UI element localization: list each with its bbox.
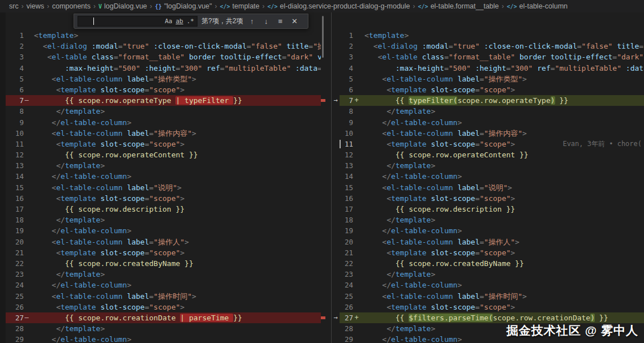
code-line-right-7[interactable]: →7+ {{ typeFilter(scope.row.operateType)… — [332, 95, 644, 106]
line-number[interactable]: 3 — [6, 52, 24, 62]
line-number[interactable]: 21 — [340, 247, 353, 258]
line-number[interactable]: 24 — [340, 280, 353, 290]
line-number[interactable]: 21 — [6, 247, 24, 258]
code-line-left-16[interactable]: 16 <template slot-scope="scope"> — [6, 193, 321, 204]
code-line-left-21[interactable]: 21 <template slot-scope="scope"> — [6, 247, 321, 258]
line-number[interactable]: 6 — [6, 84, 24, 95]
code-line-right-26[interactable]: 26 <template slot-scope="scope"> — [332, 302, 644, 312]
code-line-left-29[interactable]: 29 </el-table-column> — [6, 334, 321, 343]
previous-match-button[interactable]: ↑ — [247, 17, 257, 25]
code-line-right-24[interactable]: 24 </el-table-column> — [332, 280, 644, 290]
line-number[interactable]: 15 — [340, 182, 353, 193]
code-line-left-14[interactable]: 14 </el-table-column> — [6, 171, 321, 182]
line-number[interactable]: 8 — [6, 106, 24, 117]
code-line-right-12[interactable]: 12 {{ scope.row.operateContent }} — [332, 149, 644, 160]
code-line-left-25[interactable]: 25 <el-table-column label="操作时间"> — [6, 291, 321, 302]
code-line-right-5[interactable]: 5 <el-table-column label="操作类型"> — [332, 74, 644, 84]
line-number[interactable]: 28 — [340, 323, 353, 334]
code-line-left-2[interactable]: 2 <el-dialog :modal="true" :close-on-cli… — [6, 41, 321, 52]
line-number[interactable]: 17 — [6, 204, 24, 215]
code-line-right-17[interactable]: 17 {{ scope.row.description }} — [332, 204, 644, 215]
code-line-right-22[interactable]: 22 {{ scope.row.createdByName }} — [332, 258, 644, 269]
line-number[interactable]: 9 — [6, 117, 24, 128]
line-number[interactable]: 4 — [6, 63, 24, 74]
original-editor-pane[interactable]: 1<template>2 <el-dialog :modal="true" :c… — [6, 12, 321, 343]
line-number[interactable]: 11 — [6, 139, 24, 149]
line-number[interactable]: 28 — [6, 323, 24, 334]
line-number[interactable]: 6 — [340, 84, 353, 95]
line-number[interactable]: 19 — [6, 225, 24, 236]
code-line-left-3[interactable]: 3 <el-table class="format__table" border… — [6, 52, 321, 62]
breadcrumb-item-logdialog-vue[interactable]: VlogDialog.vue — [98, 2, 147, 10]
breadcrumb-item-el-dialog-service-product-dialog-g-module[interactable]: </>el-dialog.service-product-dialog-g-mo… — [268, 2, 410, 10]
line-number[interactable]: 29 — [340, 334, 353, 343]
line-number[interactable]: 18 — [6, 215, 24, 225]
code-line-right-23[interactable]: 23 </template> — [332, 269, 644, 280]
code-line-right-1[interactable]: 1<template> — [332, 30, 644, 41]
line-number[interactable]: 11 — [340, 139, 353, 149]
line-number[interactable]: 25 — [340, 291, 353, 302]
whole-word-icon[interactable]: ab — [176, 18, 183, 25]
code-line-left-9[interactable]: 9 </el-table-column> — [6, 117, 321, 128]
line-number[interactable]: 2 — [6, 41, 24, 52]
code-line-right-18[interactable]: 18 </template> — [332, 215, 644, 225]
code-line-right-6[interactable]: 6 <template slot-scope="scope"> — [332, 84, 644, 95]
code-line-left-22[interactable]: 22 {{ scope.row.createdByName }} — [6, 258, 321, 269]
code-line-right-4[interactable]: 4 :max-height="500" :height="300" ref="m… — [332, 63, 644, 74]
breadcrumb-item-src[interactable]: src — [9, 2, 19, 10]
line-number[interactable]: 8 — [340, 106, 353, 117]
scrollbar-thumb[interactable] — [322, 16, 324, 58]
line-number[interactable]: 5 — [6, 74, 24, 84]
line-number[interactable]: 20 — [340, 237, 353, 247]
line-number[interactable]: 27 — [340, 312, 353, 323]
code-line-right-11[interactable]: 11 <template slot-scope="scope">Evan, 3年… — [332, 139, 644, 149]
code-line-left-11[interactable]: 11 <template slot-scope="scope"> — [6, 139, 321, 149]
code-line-right-14[interactable]: 14 </el-table-column> — [332, 171, 644, 182]
code-line-right-3[interactable]: 3 <el-table class="format__table" border… — [332, 52, 644, 62]
code-line-left-6[interactable]: 6 <template slot-scope="scope"> — [6, 84, 321, 95]
code-line-right-16[interactable]: 16 <template slot-scope="scope"> — [332, 193, 644, 204]
code-line-left-13[interactable]: 13 </template> — [6, 160, 321, 171]
code-line-left-19[interactable]: 19 </el-table-column> — [6, 225, 321, 236]
line-number[interactable]: 12 — [340, 149, 353, 160]
code-line-left-5[interactable]: 5 <el-table-column label="操作类型"> — [6, 74, 321, 84]
line-number[interactable]: 18 — [340, 215, 353, 225]
close-find-button[interactable]: ✕ — [289, 17, 299, 25]
line-number[interactable]: 23 — [340, 269, 353, 280]
code-line-left-10[interactable]: 10 <el-table-column label="操作内容"> — [6, 128, 321, 139]
line-number[interactable]: 1 — [340, 30, 353, 41]
code-line-left-27[interactable]: 27– {{ scope.row.creationDate | parseTim… — [6, 312, 321, 323]
diff-change-arrow-icon[interactable]: → — [332, 95, 340, 106]
line-number[interactable]: 25 — [6, 291, 24, 302]
line-number[interactable]: 10 — [340, 128, 353, 139]
code-line-left-1[interactable]: 1<template> — [6, 30, 321, 41]
line-number[interactable]: 5 — [340, 74, 353, 84]
code-line-right-15[interactable]: 15 <el-table-column label="说明"> — [332, 182, 644, 193]
code-line-right-20[interactable]: 20 <el-table-column label="操作人"> — [332, 237, 644, 247]
breadcrumb-item-template[interactable]: </>template — [220, 2, 260, 10]
code-line-right-27[interactable]: →27+ {{ $filters.parseTime(scope.row.cre… — [332, 312, 644, 323]
line-number[interactable]: 24 — [6, 280, 24, 290]
line-number[interactable]: 10 — [6, 128, 24, 139]
line-number[interactable]: 16 — [6, 193, 24, 204]
line-number[interactable]: 23 — [6, 269, 24, 280]
line-number[interactable]: 15 — [6, 182, 24, 193]
line-number[interactable]: 1 — [6, 30, 24, 41]
line-number[interactable]: 7 — [6, 95, 24, 106]
code-line-left-7[interactable]: 7– {{ scope.row.operateType | typeFilter… — [6, 95, 321, 106]
code-line-left-23[interactable]: 23 </template> — [6, 269, 321, 280]
code-line-left-24[interactable]: 24 </el-table-column> — [6, 280, 321, 290]
match-case-icon[interactable]: Aa — [165, 18, 172, 25]
breadcrumb-item-components[interactable]: components — [52, 2, 91, 10]
code-line-right-21[interactable]: 21 <template slot-scope="scope"> — [332, 247, 644, 258]
find-in-selection-button[interactable]: ≡ — [275, 17, 285, 25]
line-number[interactable]: 12 — [6, 149, 24, 160]
code-line-right-2[interactable]: 2 <el-dialog :modal="true" :close-on-cli… — [332, 41, 644, 52]
breadcrumb-item-views[interactable]: views — [27, 2, 44, 10]
code-line-left-15[interactable]: 15 <el-table-column label="说明"> — [6, 182, 321, 193]
code-line-right-19[interactable]: 19 </el-table-column> — [332, 225, 644, 236]
line-number[interactable]: 26 — [340, 302, 353, 312]
line-number[interactable]: 20 — [6, 237, 24, 247]
regex-icon[interactable]: .* — [187, 18, 194, 25]
code-line-left-18[interactable]: 18 </template> — [6, 215, 321, 225]
